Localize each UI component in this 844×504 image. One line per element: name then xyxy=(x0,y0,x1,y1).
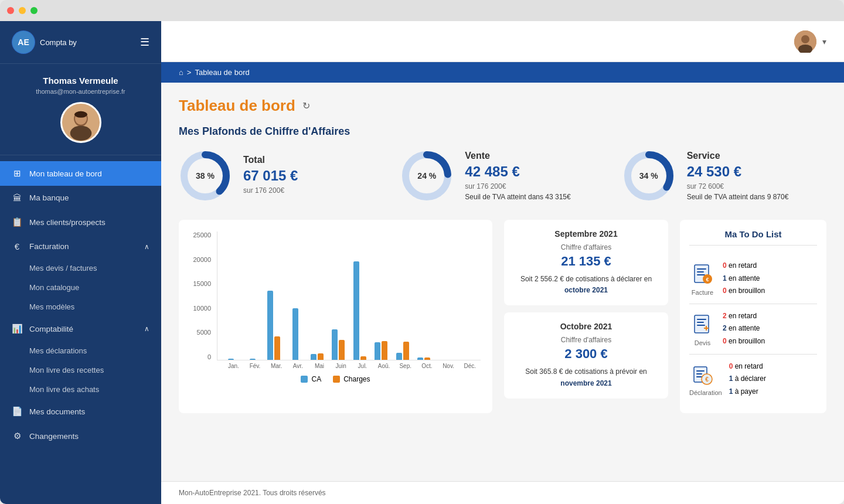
month-group-mar xyxy=(263,291,285,360)
bar-charges-4 xyxy=(318,353,324,360)
kpi-total-amount: 67 015 € xyxy=(243,168,298,184)
svg-point-8 xyxy=(801,35,809,43)
month-group-mai xyxy=(306,353,328,360)
todo-declaration-label: Déclaration xyxy=(689,389,722,396)
todo-devis: Devis 2 en retard 2 en attente 0 en brou… xyxy=(689,304,817,355)
legend-charges: Charges xyxy=(333,375,370,383)
comptabilite-submenu: Mes déclarations Mon livre des recettes … xyxy=(0,341,161,399)
bar-ca-2 xyxy=(267,291,273,360)
sep-ca-amount: 21 135 € xyxy=(513,254,659,269)
sidebar-item-modeles[interactable]: Mes modèles xyxy=(29,297,161,316)
y-axis: 25000 20000 15000 10000 5000 0 xyxy=(190,231,217,360)
kpi-total-category: Total xyxy=(243,155,298,165)
x-label-9: Oct. xyxy=(416,360,438,369)
oct-title: Octobre 2021 xyxy=(513,322,659,331)
bank-icon: 🏛 xyxy=(12,193,22,203)
todo-facture-label: Facture xyxy=(689,289,716,296)
sidebar: AE Compta by ☰ Thomas Vermeule thomas@mo… xyxy=(0,21,161,504)
todo-panel: Ma To Do List xyxy=(680,220,826,413)
sidebar-item-comptabilite[interactable]: 📊 Comptabilité ∧ xyxy=(0,316,161,341)
svg-rect-18 xyxy=(697,271,704,273)
kpi-service-amount: 24 530 € xyxy=(687,164,789,180)
chart-section: 25000 20000 15000 10000 5000 0 Jan.F xyxy=(179,220,492,413)
todo-declaration: € Déclaration 0 en retard 1 à déclarer 1… xyxy=(689,355,817,404)
kpi-vente-info: Vente 42 485 € sur 176 200€ Seuil de TVA… xyxy=(465,151,570,201)
nav-label: Changements xyxy=(29,432,79,441)
todo-declaration-icon-container: € Déclaration xyxy=(689,362,722,396)
sidebar-item-declarations[interactable]: Mes déclarations xyxy=(29,341,161,360)
nav-label: Facturation xyxy=(29,242,69,251)
kpi-vente: 24 % Vente 42 485 € sur 176 200€ Seuil d… xyxy=(400,149,604,202)
nav-label: Mes documents xyxy=(29,407,85,416)
sidebar-item-livre-recettes[interactable]: Mon livre des recettes xyxy=(29,360,161,380)
sidebar-profile: Thomas Vermeule thomas@mon-autoentrepris… xyxy=(0,64,161,155)
sidebar-item-facturation[interactable]: € Facturation ∧ xyxy=(0,234,161,258)
sidebar-header: AE Compta by ☰ xyxy=(0,21,161,64)
svg-point-6 xyxy=(74,111,87,118)
sep-cotisations: Soit 2 556.2 € de cotisations à déclarer… xyxy=(513,274,659,296)
kpi-service-category: Service xyxy=(687,151,789,161)
donut-service: 34 % xyxy=(622,149,675,202)
refresh-icon[interactable]: ↻ xyxy=(302,100,310,111)
logo-icon: AE xyxy=(12,30,35,54)
declaration-icon: € xyxy=(689,362,716,388)
legend-ca-dot xyxy=(301,376,308,383)
section-title: Mes Plafonds de Chiffre d'Affaires xyxy=(179,125,826,138)
x-labels: Jan.Fév.Mar.Avr.MaiJuinJul.Aoû.Sep.Oct.N… xyxy=(223,360,481,369)
bar-ca-1 xyxy=(250,359,256,360)
bar-ca-6 xyxy=(353,261,359,360)
bar-charges-2 xyxy=(274,336,280,360)
menu-icon[interactable]: ☰ xyxy=(140,36,149,49)
kpi-service-info: Service 24 530 € sur 72 600€ Seuil de TV… xyxy=(687,151,789,201)
sidebar-item-changements[interactable]: ⚙ Changements xyxy=(0,424,161,448)
month-group-déc xyxy=(456,359,478,360)
kpi-vente-category: Vente xyxy=(465,151,570,161)
bar-charges-9 xyxy=(424,357,430,360)
nav-label: Ma banque xyxy=(29,193,69,202)
svg-text:€: € xyxy=(705,376,709,383)
oct-cotisations-text: Soit 365.8 € de cotisations à prévoir en xyxy=(525,367,646,376)
footer: Mon-AutoEntreprise 2021. Tous droits rés… xyxy=(161,481,844,504)
user-chevron[interactable]: ▾ xyxy=(822,37,826,46)
titlebar xyxy=(0,0,844,21)
breadcrumb-home-icon[interactable]: ⌂ xyxy=(179,68,183,77)
bar-ca-7 xyxy=(375,342,380,360)
avatar xyxy=(60,102,101,143)
x-label-0: Jan. xyxy=(223,360,244,369)
kpi-row: 38 % Total 67 015 € sur 176 200€ xyxy=(179,149,826,202)
chevron-up-icon: ∧ xyxy=(144,243,149,251)
sidebar-item-banque[interactable]: 🏛 Ma banque xyxy=(0,186,161,210)
sidebar-item-catalogue[interactable]: Mon catalogue xyxy=(29,278,161,297)
facture-icon: € xyxy=(689,261,716,288)
user-avatar-top[interactable] xyxy=(794,30,816,53)
main-area: ▾ ⌂ > Tableau de bord Tableau de bord ↻ … xyxy=(161,21,844,504)
month-panel-october: Octobre 2021 Chiffre d'affaires 2 300 € … xyxy=(504,312,668,398)
minimize-button[interactable] xyxy=(19,7,26,14)
bar-ca-8 xyxy=(396,353,402,360)
topbar: ▾ xyxy=(161,21,844,62)
sidebar-item-livre-achats[interactable]: Mon livre des achats xyxy=(29,380,161,399)
chart-legend: CA Charges xyxy=(190,375,481,383)
devis-count-0: 2 xyxy=(723,312,727,320)
close-button[interactable] xyxy=(7,7,14,14)
kpi-vente-sur: sur 176 200€ xyxy=(465,182,570,190)
bar-ca-3 xyxy=(292,308,298,360)
content-area: Tableau de bord ↻ Mes Plafonds de Chiffr… xyxy=(161,83,844,481)
todo-facture-items: 0 en retard 1 en attente 0 en brouillon xyxy=(723,260,817,298)
todo-facture: € Facture 0 en retard 1 en attente 0 en … xyxy=(689,254,817,304)
sidebar-item-devis-factures[interactable]: Mes devis / factures xyxy=(29,258,161,278)
sidebar-item-documents[interactable]: 📄 Mes documents xyxy=(0,399,161,424)
maximize-button[interactable] xyxy=(30,7,38,14)
sidebar-item-tableau-de-bord[interactable]: ⊞ Mon tableau de bord xyxy=(0,161,161,186)
sidebar-item-clients[interactable]: 📋 Mes clients/prospects xyxy=(0,210,161,234)
dashboard-icon: ⊞ xyxy=(12,168,22,179)
legend-ca-label: CA xyxy=(311,375,321,383)
bar-ca-5 xyxy=(332,329,338,360)
facturation-icon: € xyxy=(12,241,22,251)
donut-total: 38 % xyxy=(179,149,232,202)
month-group-sep xyxy=(392,342,414,360)
donut-vente-label: 24 % xyxy=(417,171,436,181)
facture-count-0: 0 xyxy=(723,261,727,270)
month-group-avr xyxy=(285,308,307,360)
todo-devis-label: Devis xyxy=(689,339,716,346)
